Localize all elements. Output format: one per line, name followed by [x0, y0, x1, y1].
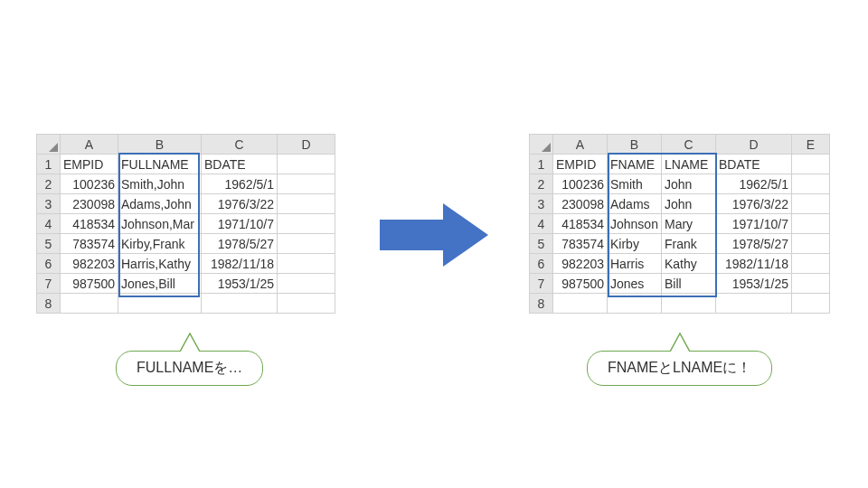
cell[interactable]	[792, 155, 830, 174]
rowhdr[interactable]: 4	[37, 214, 61, 234]
cell[interactable]	[553, 294, 608, 314]
cell[interactable]: 1978/5/27	[202, 234, 278, 254]
cell[interactable]	[716, 294, 792, 314]
cell[interactable]: Johnson,Mar	[118, 214, 202, 234]
rowhdr[interactable]: 2	[530, 174, 553, 194]
rowhdr[interactable]: 8	[530, 294, 553, 314]
cell[interactable]	[792, 174, 830, 194]
cell[interactable]: Kirby,Frank	[118, 234, 202, 254]
cell[interactable]: BDATE	[716, 155, 792, 174]
cell[interactable]: FNAME	[608, 155, 662, 174]
cell[interactable]: 1962/5/1	[202, 174, 278, 194]
cell[interactable]: Smith	[608, 174, 662, 194]
cell[interactable]: Kathy	[662, 254, 716, 274]
cell[interactable]: 100236	[61, 174, 118, 194]
cell[interactable]: 1976/3/22	[202, 194, 278, 214]
callout-tail-icon	[172, 332, 208, 353]
cell[interactable]	[278, 234, 335, 254]
colhdr[interactable]: D	[716, 135, 792, 155]
cell[interactable]: Kirby	[608, 234, 662, 254]
cell[interactable]: John	[662, 194, 716, 214]
cell[interactable]	[278, 274, 335, 294]
cell[interactable]: 1953/1/25	[716, 274, 792, 294]
selectall-corner[interactable]	[37, 135, 61, 155]
cell[interactable]: 1982/11/18	[202, 254, 278, 274]
rowhdr[interactable]: 7	[37, 274, 61, 294]
cell[interactable]: Mary	[662, 214, 716, 234]
cell[interactable]: FULLNAME	[118, 155, 202, 174]
cell[interactable]	[792, 294, 830, 314]
cell[interactable]	[792, 254, 830, 274]
cell[interactable]: Adams,John	[118, 194, 202, 214]
cell[interactable]: 783574	[553, 234, 608, 254]
cell[interactable]: Smith,John	[118, 174, 202, 194]
cell[interactable]: 100236	[553, 174, 608, 194]
cell[interactable]	[278, 194, 335, 214]
rowhdr[interactable]: 5	[37, 234, 61, 254]
cell[interactable]: 1962/5/1	[716, 174, 792, 194]
cell[interactable]: 1982/11/18	[716, 254, 792, 274]
rowhdr[interactable]: 8	[37, 294, 61, 314]
cell[interactable]	[792, 274, 830, 294]
cell[interactable]	[278, 214, 335, 234]
cell[interactable]	[608, 294, 662, 314]
cell[interactable]: 418534	[553, 214, 608, 234]
cell[interactable]: 1976/3/22	[716, 194, 792, 214]
colhdr[interactable]: E	[792, 135, 830, 155]
cell[interactable]: 982203	[61, 254, 118, 274]
rowhdr[interactable]: 3	[37, 194, 61, 214]
colhdr[interactable]: B	[608, 135, 662, 155]
colhdr[interactable]: C	[202, 135, 278, 155]
cell[interactable]: EMPID	[61, 155, 118, 174]
cell[interactable]: 1978/5/27	[716, 234, 792, 254]
colhdr[interactable]: A	[553, 135, 608, 155]
rowhdr[interactable]: 1	[530, 155, 553, 174]
cell[interactable]: BDATE	[202, 155, 278, 174]
cell[interactable]	[278, 294, 335, 314]
rowhdr[interactable]: 4	[530, 214, 553, 234]
colhdr[interactable]: C	[662, 135, 716, 155]
rowhdr[interactable]: 7	[530, 274, 553, 294]
cell[interactable]: Harris	[608, 254, 662, 274]
cell[interactable]: John	[662, 174, 716, 194]
cell[interactable]: Harris,Kathy	[118, 254, 202, 274]
cell[interactable]: LNAME	[662, 155, 716, 174]
cell[interactable]: 1953/1/25	[202, 274, 278, 294]
cell[interactable]: 230098	[61, 194, 118, 214]
rowhdr[interactable]: 2	[37, 174, 61, 194]
rowhdr[interactable]: 3	[530, 194, 553, 214]
selectall-corner[interactable]	[530, 135, 553, 155]
cell[interactable]	[278, 155, 335, 174]
cell[interactable]	[662, 294, 716, 314]
cell[interactable]: Bill	[662, 274, 716, 294]
cell[interactable]: 230098	[553, 194, 608, 214]
cell[interactable]	[278, 254, 335, 274]
cell[interactable]	[61, 294, 118, 314]
cell[interactable]	[202, 294, 278, 314]
cell[interactable]: Jones,Bill	[118, 274, 202, 294]
cell[interactable]: 783574	[61, 234, 118, 254]
colhdr[interactable]: D	[278, 135, 335, 155]
cell[interactable]: EMPID	[553, 155, 608, 174]
rowhdr[interactable]: 6	[530, 254, 553, 274]
cell[interactable]: Jones	[608, 274, 662, 294]
cell[interactable]: 1971/10/7	[202, 214, 278, 234]
cell[interactable]	[792, 214, 830, 234]
colhdr[interactable]: A	[61, 135, 118, 155]
cell[interactable]: Adams	[608, 194, 662, 214]
colhdr[interactable]: B	[118, 135, 202, 155]
cell[interactable]: 987500	[553, 274, 608, 294]
cell[interactable]: Johnson	[608, 214, 662, 234]
rowhdr[interactable]: 5	[530, 234, 553, 254]
cell[interactable]: 982203	[553, 254, 608, 274]
cell[interactable]: Frank	[662, 234, 716, 254]
rowhdr[interactable]: 1	[37, 155, 61, 174]
cell[interactable]	[278, 174, 335, 194]
cell[interactable]	[792, 194, 830, 214]
cell[interactable]	[792, 234, 830, 254]
cell[interactable]: 987500	[61, 274, 118, 294]
rowhdr[interactable]: 6	[37, 254, 61, 274]
cell[interactable]	[118, 294, 202, 314]
cell[interactable]: 418534	[61, 214, 118, 234]
cell[interactable]: 1971/10/7	[716, 214, 792, 234]
